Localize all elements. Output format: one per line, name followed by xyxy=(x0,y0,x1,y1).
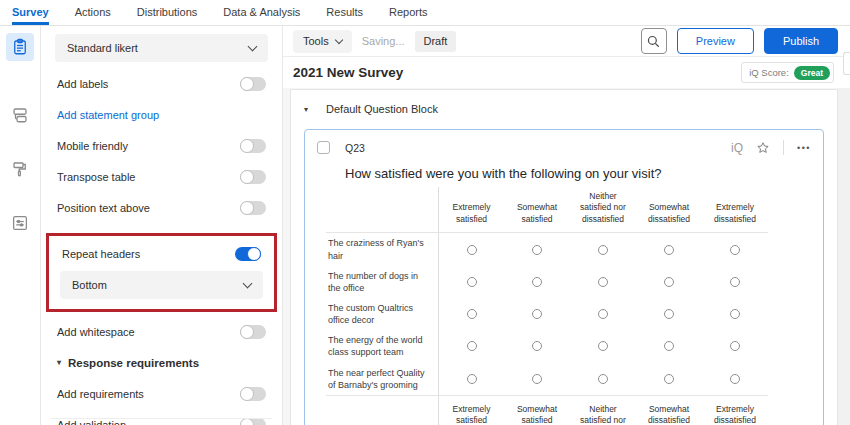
matrix-row-label: The custom Qualtrics office decor xyxy=(326,298,438,330)
tools-label: Tools xyxy=(303,35,329,47)
matrix-cell xyxy=(570,363,636,395)
mobile-friendly-row: Mobile friendly xyxy=(41,130,282,161)
matrix-corner-cell xyxy=(326,187,438,233)
options-bottom: Add whitespace▾Response requirementsAdd … xyxy=(41,316,282,425)
matrix-cell xyxy=(636,233,702,265)
tab-results[interactable]: Results xyxy=(326,0,363,25)
survey-options-icon[interactable] xyxy=(6,209,34,237)
survey-builder-icon[interactable] xyxy=(6,33,34,61)
radio-option[interactable] xyxy=(730,277,740,287)
radio-option[interactable] xyxy=(664,245,674,255)
chevron-down-icon xyxy=(243,279,253,289)
tab-survey[interactable]: Survey xyxy=(12,0,49,25)
radio-option[interactable] xyxy=(532,277,542,287)
iq-score-chip[interactable]: iQ Score: Great xyxy=(741,62,834,83)
add-whitespace-label: Add whitespace xyxy=(57,326,135,338)
side-panel-edge xyxy=(843,52,850,75)
radio-option[interactable] xyxy=(467,309,477,319)
radio-option[interactable] xyxy=(467,277,477,287)
add-validation-toggle[interactable] xyxy=(240,418,266,425)
radio-option[interactable] xyxy=(467,341,477,351)
toggle-knob xyxy=(240,387,254,401)
preview-button[interactable]: Preview xyxy=(677,28,754,54)
question-id: Q23 xyxy=(345,142,365,154)
right-gutter xyxy=(838,88,850,425)
question-type-select[interactable]: Standard likert xyxy=(55,34,268,62)
position-text-above-toggle[interactable] xyxy=(240,201,266,215)
position-text-above-label: Position text above xyxy=(57,202,150,214)
divider xyxy=(783,140,784,155)
tools-menu-button[interactable]: Tools xyxy=(293,30,352,53)
expert-review-iq-icon[interactable]: iQ xyxy=(731,141,743,155)
add-whitespace-row: Add whitespace xyxy=(41,316,282,347)
saving-status: Saving... xyxy=(362,35,405,47)
radio-option[interactable] xyxy=(664,374,674,384)
radio-option[interactable] xyxy=(598,277,608,287)
radio-option[interactable] xyxy=(598,341,608,351)
matrix-column-header: Somewhat satisfied xyxy=(504,187,570,233)
repeat-headers-toggle[interactable] xyxy=(235,247,261,261)
radio-option[interactable] xyxy=(664,277,674,287)
toggle-knob xyxy=(240,201,254,215)
star-icon[interactable] xyxy=(756,141,770,155)
toggle-knob xyxy=(240,139,254,153)
add-requirements-toggle[interactable] xyxy=(240,387,266,401)
radio-option[interactable] xyxy=(598,245,608,255)
radio-option[interactable] xyxy=(532,374,542,384)
block-title: Default Question Block xyxy=(326,103,438,115)
question-checkbox[interactable] xyxy=(317,141,330,154)
matrix-cell xyxy=(636,298,702,330)
survey-flow-icon[interactable] xyxy=(6,101,34,129)
radio-option[interactable] xyxy=(664,341,674,351)
response-requirements-row[interactable]: ▾Response requirements xyxy=(41,347,282,378)
radio-option[interactable] xyxy=(532,245,542,255)
block-header[interactable]: ▾ Default Question Block xyxy=(304,103,824,115)
question-card[interactable]: Q23 iQ ••• How satisfied were you with t… xyxy=(304,129,824,425)
question-text[interactable]: How satisfied were you with the followin… xyxy=(345,166,811,181)
qualtrics-survey-editor: SurveyActionsDistributionsData & Analysi… xyxy=(0,0,850,425)
look-and-feel-icon[interactable] xyxy=(6,155,34,183)
radio-option[interactable] xyxy=(664,309,674,319)
repeat-headers-position-select[interactable]: Bottom xyxy=(60,271,263,299)
add-labels-label: Add labels xyxy=(57,78,108,90)
tab-reports[interactable]: Reports xyxy=(389,0,428,25)
add-validation-row: Add validation xyxy=(41,409,282,425)
tab-distributions[interactable]: Distributions xyxy=(137,0,198,25)
annotation-red-box: Repeat headers Bottom xyxy=(46,233,277,312)
matrix-row-label: The energy of the world class support te… xyxy=(326,330,438,362)
chevron-down-icon xyxy=(334,35,342,43)
search-button[interactable] xyxy=(641,28,667,54)
matrix-column-header: Extremely dissatisfied xyxy=(702,395,768,425)
matrix-cell xyxy=(504,233,570,265)
radio-option[interactable] xyxy=(532,341,542,351)
radio-option[interactable] xyxy=(730,245,740,255)
main-editor-area: Tools Saving... Draft Preview Publish 20… xyxy=(283,26,850,425)
tab-data-analysis[interactable]: Data & Analysis xyxy=(223,0,300,25)
matrix-cell xyxy=(636,363,702,395)
matrix-cell xyxy=(570,298,636,330)
matrix-cell xyxy=(438,266,504,298)
radio-option[interactable] xyxy=(730,341,740,351)
matrix-cell xyxy=(702,266,768,298)
repeat-headers-position-value: Bottom xyxy=(72,279,107,291)
radio-option[interactable] xyxy=(598,374,608,384)
chevron-down-icon xyxy=(248,42,258,52)
toggle-knob xyxy=(240,418,254,425)
publish-button[interactable]: Publish xyxy=(764,28,838,54)
radio-option[interactable] xyxy=(532,309,542,319)
radio-option[interactable] xyxy=(730,309,740,319)
matrix-row-label: The craziness of Ryan's hair xyxy=(326,233,438,265)
transpose-table-toggle[interactable] xyxy=(240,170,266,184)
add-whitespace-toggle[interactable] xyxy=(240,325,266,339)
mobile-friendly-toggle[interactable] xyxy=(240,139,266,153)
matrix-cell xyxy=(570,330,636,362)
radio-option[interactable] xyxy=(467,245,477,255)
tab-actions[interactable]: Actions xyxy=(75,0,111,25)
question-settings-panel: Standard likert Add labelsAdd statement … xyxy=(41,26,283,425)
radio-option[interactable] xyxy=(467,374,477,384)
radio-option[interactable] xyxy=(730,374,740,384)
add-labels-toggle[interactable] xyxy=(240,77,266,91)
radio-option[interactable] xyxy=(598,309,608,319)
add-statement-group-link[interactable]: Add statement group xyxy=(57,109,159,121)
ellipsis-menu-icon[interactable]: ••• xyxy=(797,143,811,153)
